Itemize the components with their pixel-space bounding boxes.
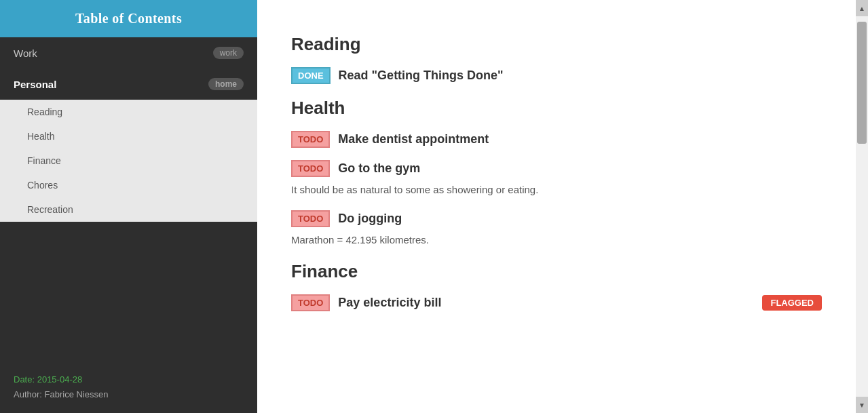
sidebar-item-work[interactable]: Work work bbox=[0, 37, 257, 68]
health-heading: Health bbox=[291, 98, 822, 119]
task-text: Make dentist appointment bbox=[338, 132, 489, 146]
todo-badge: TODO bbox=[291, 160, 330, 177]
task-text: Read "Getting Things Done" bbox=[339, 68, 504, 83]
task-note: Marathon = 42.195 kilometres. bbox=[291, 233, 822, 248]
task-left: DONE Read "Getting Things Done" bbox=[291, 67, 504, 84]
task-note: It should be as natural to some as showe… bbox=[291, 182, 822, 198]
task-row: TODO Do jogging bbox=[291, 210, 822, 227]
footer-author: Author: Fabrice Niessen bbox=[14, 389, 108, 399]
sidebar-item-personal-badge: home bbox=[208, 78, 244, 90]
main-content[interactable]: Reading DONE Read "Getting Things Done" … bbox=[257, 0, 856, 413]
sidebar-item-chores[interactable]: Chores bbox=[0, 173, 257, 197]
sidebar-item-work-badge: work bbox=[213, 47, 244, 59]
task-row: TODO Make dentist appointment bbox=[291, 131, 822, 148]
task-row: TODO Pay electricity bill FLAGGED bbox=[291, 294, 822, 311]
done-badge: DONE bbox=[291, 67, 331, 84]
sidebar-item-personal[interactable]: Personal home bbox=[0, 68, 257, 100]
sidebar-item-reading[interactable]: Reading bbox=[0, 100, 257, 124]
task-text: Go to the gym bbox=[338, 161, 420, 176]
flagged-badge: FLAGGED bbox=[762, 295, 822, 311]
sidebar: Table of Contents Work work Personal hom… bbox=[0, 0, 257, 413]
sidebar-item-health[interactable]: Health bbox=[0, 124, 257, 149]
task-text: Pay electricity bill bbox=[338, 296, 441, 310]
sidebar-sub-items: Reading Health Finance Chores Recreation bbox=[0, 100, 257, 222]
task-row: TODO Go to the gym bbox=[291, 160, 822, 177]
sidebar-title: Table of Contents bbox=[75, 11, 182, 26]
sidebar-item-recreation[interactable]: Recreation bbox=[0, 197, 257, 222]
scrollbar[interactable]: ▲ ▼ bbox=[856, 0, 868, 413]
sidebar-header: Table of Contents bbox=[0, 0, 257, 37]
finance-section: Finance TODO Pay electricity bill FLAGGE… bbox=[291, 261, 822, 311]
footer-date: Date: 2015-04-28 bbox=[14, 374, 82, 385]
sidebar-item-work-label: Work bbox=[14, 47, 37, 59]
finance-heading: Finance bbox=[291, 261, 822, 282]
health-section: Health TODO Make dentist appointment TOD… bbox=[291, 98, 822, 248]
scroll-down-arrow[interactable]: ▼ bbox=[856, 397, 868, 413]
task-left: TODO Go to the gym bbox=[291, 160, 420, 177]
sidebar-footer: Date: 2015-04-28 Author: Fabrice Niessen bbox=[0, 361, 257, 413]
todo-badge: TODO bbox=[291, 294, 330, 311]
todo-badge: TODO bbox=[291, 131, 330, 148]
task-left: TODO Make dentist appointment bbox=[291, 131, 489, 148]
sidebar-nav: Work work Personal home Reading Health F… bbox=[0, 37, 257, 361]
task-text: Do jogging bbox=[338, 212, 402, 226]
todo-badge: TODO bbox=[291, 210, 330, 227]
scroll-up-arrow[interactable]: ▲ bbox=[856, 0, 868, 16]
scroll-thumb[interactable] bbox=[857, 22, 867, 144]
task-row: DONE Read "Getting Things Done" bbox=[291, 67, 822, 84]
reading-heading: Reading bbox=[291, 34, 822, 55]
task-left: TODO Do jogging bbox=[291, 210, 402, 227]
reading-section: Reading DONE Read "Getting Things Done" bbox=[291, 34, 822, 84]
sidebar-item-personal-label: Personal bbox=[14, 79, 56, 90]
task-left: TODO Pay electricity bill bbox=[291, 294, 441, 311]
sidebar-item-finance[interactable]: Finance bbox=[0, 149, 257, 173]
